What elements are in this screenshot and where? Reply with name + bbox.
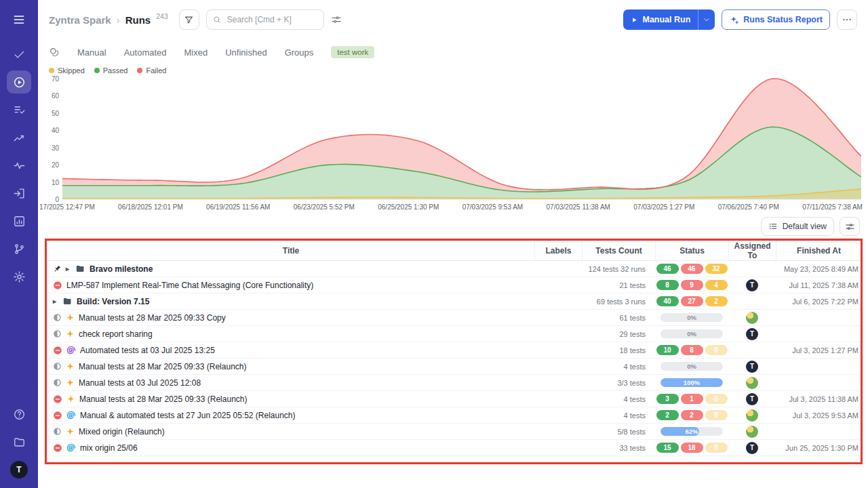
table-row[interactable]: Mixed origin (Relaunch)5/8 tests62% (47, 424, 861, 440)
assignee-avatar[interactable]: T (746, 328, 758, 340)
table-row[interactable]: Manual tests at 28 Mar 2025 09:33 (Relau… (47, 391, 861, 407)
column-header-title[interactable]: Title (47, 241, 534, 260)
progress-label: 100% (660, 378, 723, 387)
run-title[interactable]: LMP-587 Implement Real-Time Chat Messagi… (66, 281, 313, 290)
table-row[interactable]: Manual tests at 28 Mar 2025 09:33 (Relau… (47, 359, 861, 375)
tab-manual[interactable]: Manual (77, 47, 106, 58)
run-title[interactable]: Build: Version 7.15 (77, 297, 149, 306)
sidebar-item-list-check[interactable] (7, 98, 31, 121)
runs-status-report-button[interactable]: Runs Status Report (722, 9, 830, 30)
run-title[interactable]: Bravo milestone (90, 264, 153, 274)
x-tick-label: 07/06/2025 7:40 PM (718, 203, 779, 211)
expand-arrow-icon[interactable]: ▸ (66, 265, 71, 272)
table-row[interactable]: check report sharing29 tests0%T (47, 326, 861, 342)
search-input[interactable] (206, 9, 324, 30)
sidebar-item-signin[interactable] (7, 182, 31, 205)
table-row[interactable]: ▸Build: Version 7.1569 tests 3 runs40272… (47, 293, 861, 310)
tab-unfinished[interactable]: Unfinished (225, 47, 267, 58)
page-title: Runs (125, 14, 151, 26)
legend-item-passed[interactable]: Passed (94, 66, 128, 75)
sidebar-item-report[interactable] (7, 209, 31, 232)
tests-count-cell: 124 tests 32 runs (582, 265, 655, 273)
run-title[interactable]: Automated tests at 03 Jul 2025 13:25 (80, 346, 215, 355)
column-header-status[interactable]: Status (655, 241, 728, 260)
chart-legend: SkippedPassedFailed (38, 62, 868, 77)
in-progress-status-icon (53, 329, 62, 338)
table-row[interactable]: mix origin 25/0633 tests15180TJun 25, 20… (47, 440, 861, 456)
sidebar-item-pulse[interactable] (7, 154, 31, 177)
check-icon (13, 48, 26, 61)
table-row[interactable]: Manual & automated tests at 27 Jun 2025 … (47, 407, 861, 424)
status-cell: 15180 (655, 443, 728, 453)
sidebar-item-check[interactable] (7, 43, 31, 66)
run-title[interactable]: Mixed origin (Relaunch) (79, 427, 165, 436)
table-row[interactable]: Manual tests at 03 Jul 2025 12:083/3 tes… (47, 375, 861, 391)
assigned-to-cell: T (728, 393, 776, 405)
sidebar-item-trend[interactable] (7, 126, 31, 149)
assignee-avatar[interactable] (746, 312, 758, 324)
search-field[interactable] (226, 14, 318, 25)
filter-settings-button[interactable] (331, 14, 342, 25)
column-header-tests-count[interactable]: Tests Count (582, 241, 655, 260)
run-title[interactable]: Manual & automated tests at 27 Jun 2025 … (80, 411, 296, 420)
assignee-avatar[interactable]: T (746, 442, 758, 454)
table-settings-button[interactable] (840, 217, 860, 236)
in-progress-status-icon (53, 362, 62, 371)
manual-run-type-icon (66, 394, 75, 403)
manual-run-dropdown[interactable] (698, 9, 715, 30)
column-header-finished-at[interactable]: Finished At (776, 241, 861, 260)
sidebar-item-menu[interactable] (7, 8, 31, 31)
sidebar-item-play[interactable] (7, 70, 31, 94)
sidebar-item-help[interactable] (7, 403, 31, 426)
status-cell: 0% (655, 362, 728, 371)
expand-arrow-icon[interactable]: ▸ (53, 298, 58, 305)
run-filter-icon-button[interactable] (49, 47, 60, 58)
assigned-to-cell (728, 312, 776, 324)
column-header-labels[interactable]: Labels (534, 241, 582, 260)
manual-run-button[interactable]: Manual Run (623, 9, 715, 30)
run-title[interactable]: mix origin 25/06 (80, 443, 138, 453)
manual-run-type-icon (66, 313, 75, 322)
chart-plot[interactable] (62, 77, 861, 201)
x-tick-label: 06/25/2025 1:30 PM (378, 203, 439, 211)
assignee-avatar[interactable] (746, 377, 758, 389)
progress-bar: 62% (660, 427, 723, 436)
assignee-avatar[interactable] (746, 426, 758, 438)
run-title[interactable]: Manual tests at 28 Mar 2025 09:33 Copy (79, 313, 226, 323)
y-tick-label: 20 (52, 161, 59, 169)
table-row[interactable]: Manual tests at 28 Mar 2025 09:33 Copy61… (47, 310, 861, 326)
run-title[interactable]: Manual tests at 03 Jul 2025 12:08 (79, 378, 201, 388)
tab-automated[interactable]: Automated (124, 47, 167, 58)
sidebar-item-branch[interactable] (7, 237, 31, 260)
sidebar: T (0, 0, 38, 488)
app-root: T Zyntra Spark › Runs 243 Manual Run (0, 0, 868, 488)
y-tick-label: 40 (52, 127, 59, 134)
tab-mixed[interactable]: Mixed (184, 47, 208, 58)
default-view-button[interactable]: Default view (761, 217, 834, 236)
table-row[interactable]: ▸Bravo milestone124 tests 32 runs464632M… (47, 261, 861, 277)
filter-button[interactable] (179, 9, 199, 30)
search-icon (212, 15, 222, 24)
column-header-assigned-to[interactable]: Assigned To (728, 241, 776, 260)
assignee-avatar[interactable]: T (746, 279, 758, 291)
passed-count-badge: 46 (656, 264, 679, 274)
more-button[interactable] (837, 9, 857, 30)
user-avatar[interactable]: T (10, 461, 28, 479)
run-title[interactable]: Manual tests at 28 Mar 2025 09:33 (Relau… (79, 394, 247, 404)
tab-groups[interactable]: Groups (285, 47, 314, 58)
filter-tag-test-work[interactable]: test work (331, 46, 374, 58)
legend-item-failed[interactable]: Failed (137, 66, 166, 75)
table-row[interactable]: LMP-587 Implement Real-Time Chat Messagi… (47, 277, 861, 293)
sidebar-item-docs[interactable] (7, 430, 31, 453)
legend-item-skipped[interactable]: Skipped (49, 66, 85, 75)
table-toolbar: Default view (38, 211, 868, 241)
run-title[interactable]: check report sharing (79, 329, 153, 339)
breadcrumb-project[interactable]: Zyntra Spark (49, 14, 111, 26)
table-row[interactable]: Automated tests at 03 Jul 2025 13:2518 t… (47, 342, 861, 359)
run-title[interactable]: Manual tests at 28 Mar 2025 09:33 (Relau… (79, 362, 246, 371)
assignee-avatar[interactable] (746, 409, 758, 422)
assignee-avatar[interactable]: T (746, 393, 758, 405)
assignee-avatar[interactable]: T (746, 361, 758, 373)
y-tick-label: 10 (52, 178, 59, 186)
sidebar-item-gear[interactable] (7, 265, 31, 288)
